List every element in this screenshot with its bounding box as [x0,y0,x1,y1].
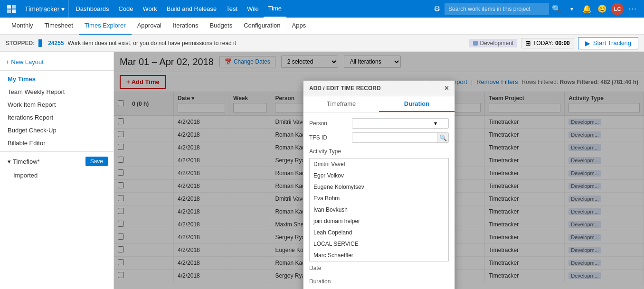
modal-body: Person ▾ TFS ID 🔍 [303,112,455,289]
avatar[interactable]: LC [610,0,625,18]
app-logo[interactable] [4,0,19,18]
duration-field-row: Duration [303,275,455,288]
modal-close-button[interactable]: × [445,84,449,92]
content-area: Mar 01 – Apr 02, 2018 📅 Change Dates 2 s… [114,52,644,289]
tfsid-input[interactable] [352,133,437,142]
modal-tab-timeframe[interactable]: Timeframe [303,96,379,112]
modal-tabs: Timeframe Duration [303,96,455,112]
dropdown-item[interactable]: Leah Copeland [310,227,448,238]
nav-wiki[interactable]: Wiki [242,0,264,18]
status-message: Work item does not exist, or you do not … [68,40,237,47]
tab-approval[interactable]: Approval [132,18,167,35]
search-input[interactable] [445,3,549,15]
date-label: Date [309,265,352,271]
svg-rect-2 [7,9,11,13]
nav-dashboards[interactable]: Dashboards [71,0,114,18]
nav-work[interactable]: Work [138,0,162,18]
tab-apps[interactable]: Apps [286,18,312,35]
dev-badge: Development [469,39,517,47]
person-label: Person [309,120,352,127]
duration-label: Duration [309,278,352,285]
svg-rect-3 [12,9,16,13]
dropdown-item[interactable]: Dmitrii Vavel [310,158,448,170]
chevron-down-icon: ▾ [434,120,437,127]
dropdown-item[interactable]: join domain helper [310,215,448,227]
expand-timeflow-icon: ▾ [8,158,11,165]
top-navigation: Timetracker ▾ Dashboards Code Work Build… [0,0,644,18]
dropdown-item[interactable]: LOCAL SERVICE [310,238,448,250]
add-edit-modal: ADD / EDIT TIME RECORD × Timeframe Durat… [303,80,455,289]
sidebar-item-imported[interactable]: Imported [0,169,114,182]
svg-rect-0 [7,5,11,9]
play-icon: ▶ [585,39,590,47]
tfsid-input-row: 🔍 [352,132,449,143]
tfsid-search-button[interactable]: 🔍 [437,133,448,142]
tab-times-explorer[interactable]: Times Explorer [79,18,132,35]
tfsid-label: TFS ID [309,134,352,141]
start-tracking-button[interactable]: ▶ Start Tracking [578,37,638,49]
status-indicator [38,39,42,47]
person-select[interactable]: ▾ [352,118,449,129]
app-name-label: Timetracker [25,5,59,13]
notifications-icon[interactable]: 🔔 [579,0,595,18]
svg-rect-1 [12,5,16,9]
activity-type-field-row: Activity Type [303,145,455,158]
status-bar: STOPPED: 24255 Work item does not exist,… [0,35,644,52]
sidebar-item-iterations-report[interactable]: Iterations Report [0,111,114,124]
tab-timesheet[interactable]: Timesheet [39,18,79,35]
tab-configuration[interactable]: Configuration [238,18,286,35]
tab-budgets[interactable]: Budgets [204,18,238,35]
tab-iterations[interactable]: Iterations [167,18,204,35]
app-name[interactable]: Timetracker ▾ [21,0,69,18]
modal-header: ADD / EDIT TIME RECORD × [303,81,455,96]
sidebar-item-my-times[interactable]: My Times [0,73,114,85]
sidebar-item-timeflow[interactable]: ▾ Timeflow* Save [0,154,114,169]
nav-test[interactable]: Test [221,0,242,18]
person-select-display[interactable]: ▾ [352,118,449,129]
today-badge: ⊞ TODAY: 00:00 [521,38,574,48]
modal-tab-duration[interactable]: Duration [379,96,455,112]
smiley-icon[interactable]: 😊 [595,0,610,18]
person-dropdown-list[interactable]: Dmitrii VavelEgor VolkovEugene Kolomytse… [309,158,449,261]
dropdown-item[interactable]: Eugene Kolomytsev [310,181,448,193]
expand-icon[interactable]: ▾ [564,0,579,18]
modal-overlay[interactable]: ADD / EDIT TIME RECORD × Timeframe Durat… [114,52,644,289]
activity-type-label: Activity Type [309,148,352,155]
nav-time[interactable]: Time [264,0,286,18]
nav-build-release[interactable]: Build and Release [162,0,222,18]
user-avatar: LC [611,3,624,15]
save-button[interactable]: Save [85,157,108,166]
tfsid-field-row: TFS ID 🔍 [303,131,455,145]
work-item-id[interactable]: 24255 [48,40,64,47]
date-field-row: Date [303,261,455,275]
dropdown-item[interactable]: Marc Schaeffler [310,250,448,261]
grid-icon: ⊞ [525,39,531,47]
sidebar-item-team-weekly-report[interactable]: Team Weekly Report [0,85,114,98]
new-layout-button[interactable]: + New Layout [0,56,114,68]
sidebar-item-billable-editor[interactable]: Billable Editor [0,137,114,149]
dropdown-item[interactable]: Ivan Bovkush [310,204,448,215]
sidebar: + New Layout My Times Team Weekly Report… [0,52,114,289]
dropdown-item[interactable]: Egor Volkov [310,170,448,181]
more-icon[interactable]: ··· [625,0,640,18]
sidebar-item-work-item-report[interactable]: Work Item Report [0,98,114,111]
settings-icon[interactable]: ⚙ [429,0,445,18]
app-name-chevron: ▾ [61,5,65,13]
dev-badge-icon [473,41,478,46]
main-content: + New Layout My Times Team Weekly Report… [0,52,644,289]
nav-code[interactable]: Code [114,0,138,18]
sub-navigation: Monthly Timesheet Times Explorer Approva… [0,18,644,35]
sidebar-item-budget-check-up[interactable]: Budget Check-Up [0,124,114,137]
tab-monthly[interactable]: Monthly [6,18,39,35]
search-icon[interactable]: 🔍 [549,0,564,18]
dropdown-item[interactable]: Eva Bohm [310,193,448,204]
person-field-row: Person ▾ [303,116,455,131]
stopped-label: STOPPED: [6,40,35,47]
modal-title: ADD / EDIT TIME RECORD [309,85,381,92]
